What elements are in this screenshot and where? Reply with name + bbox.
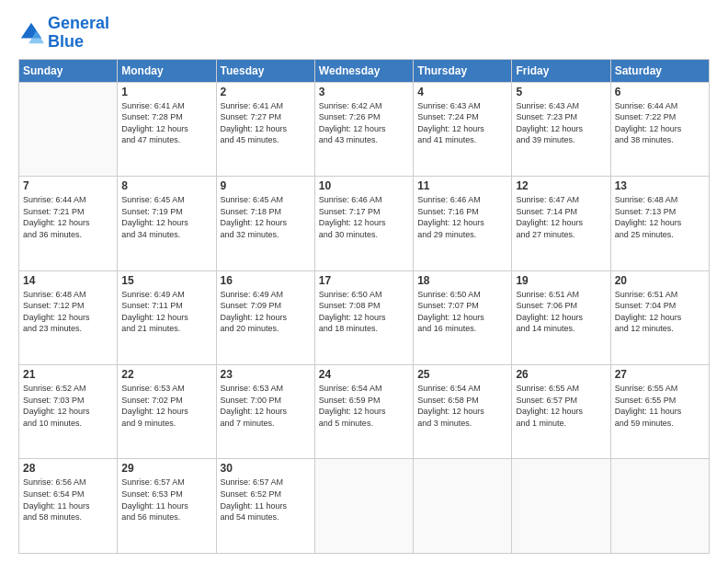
calendar-cell: 7Sunrise: 6:44 AM Sunset: 7:21 PM Daylig… <box>19 177 118 270</box>
day-number: 7 <box>23 179 113 192</box>
day-info: Sunrise: 6:48 AM Sunset: 7:12 PM Dayligh… <box>23 289 113 335</box>
day-info: Sunrise: 6:47 AM Sunset: 7:14 PM Dayligh… <box>516 194 606 240</box>
calendar-cell <box>19 82 118 176</box>
day-info: Sunrise: 6:55 AM Sunset: 6:57 PM Dayligh… <box>516 383 606 429</box>
calendar-cell: 15Sunrise: 6:49 AM Sunset: 7:11 PM Dayli… <box>118 270 216 364</box>
calendar-cell: 20Sunrise: 6:51 AM Sunset: 7:04 PM Dayli… <box>610 270 709 364</box>
calendar-week-row: 7Sunrise: 6:44 AM Sunset: 7:21 PM Daylig… <box>19 177 710 270</box>
day-header-monday: Monday <box>118 59 216 82</box>
day-info: Sunrise: 6:43 AM Sunset: 7:24 PM Dayligh… <box>417 100 507 146</box>
calendar-cell: 29Sunrise: 6:57 AM Sunset: 6:53 PM Dayli… <box>118 459 216 554</box>
logo-text2: Blue <box>48 33 109 52</box>
day-number: 6 <box>615 86 705 98</box>
day-number: 20 <box>615 274 705 287</box>
calendar-cell: 24Sunrise: 6:54 AM Sunset: 6:59 PM Dayli… <box>314 365 413 459</box>
calendar-cell: 5Sunrise: 6:43 AM Sunset: 7:23 PM Daylig… <box>512 82 610 176</box>
day-header-saturday: Saturday <box>610 59 709 82</box>
day-number: 4 <box>417 86 507 98</box>
day-number: 28 <box>23 462 113 475</box>
day-info: Sunrise: 6:54 AM Sunset: 6:58 PM Dayligh… <box>417 383 507 429</box>
calendar-week-row: 28Sunrise: 6:56 AM Sunset: 6:54 PM Dayli… <box>19 459 710 554</box>
day-number: 15 <box>121 274 211 287</box>
day-info: Sunrise: 6:46 AM Sunset: 7:16 PM Dayligh… <box>417 194 507 240</box>
day-number: 25 <box>417 368 507 381</box>
calendar-cell: 6Sunrise: 6:44 AM Sunset: 7:22 PM Daylig… <box>610 82 709 176</box>
day-info: Sunrise: 6:46 AM Sunset: 7:17 PM Dayligh… <box>319 194 409 240</box>
calendar-cell: 12Sunrise: 6:47 AM Sunset: 7:14 PM Dayli… <box>512 177 610 270</box>
day-number: 5 <box>516 86 606 98</box>
calendar-cell: 22Sunrise: 6:53 AM Sunset: 7:02 PM Dayli… <box>118 365 216 459</box>
day-header-wednesday: Wednesday <box>314 59 413 82</box>
calendar-table: SundayMondayTuesdayWednesdayThursdayFrid… <box>18 59 710 554</box>
calendar-cell: 21Sunrise: 6:52 AM Sunset: 7:03 PM Dayli… <box>19 365 118 459</box>
calendar-cell: 4Sunrise: 6:43 AM Sunset: 7:24 PM Daylig… <box>414 82 512 176</box>
day-info: Sunrise: 6:49 AM Sunset: 7:09 PM Dayligh… <box>221 289 311 335</box>
day-info: Sunrise: 6:42 AM Sunset: 7:26 PM Dayligh… <box>319 100 409 146</box>
calendar-cell: 26Sunrise: 6:55 AM Sunset: 6:57 PM Dayli… <box>512 365 610 459</box>
day-number: 30 <box>221 462 311 475</box>
calendar-cell: 25Sunrise: 6:54 AM Sunset: 6:58 PM Dayli… <box>414 365 512 459</box>
day-info: Sunrise: 6:48 AM Sunset: 7:13 PM Dayligh… <box>615 194 705 240</box>
day-info: Sunrise: 6:57 AM Sunset: 6:52 PM Dayligh… <box>221 477 311 523</box>
calendar-cell <box>314 459 413 554</box>
day-info: Sunrise: 6:55 AM Sunset: 6:55 PM Dayligh… <box>615 383 705 429</box>
calendar-cell: 30Sunrise: 6:57 AM Sunset: 6:52 PM Dayli… <box>216 459 314 554</box>
day-number: 2 <box>221 86 311 98</box>
day-number: 19 <box>516 274 606 287</box>
day-info: Sunrise: 6:41 AM Sunset: 7:27 PM Dayligh… <box>221 100 311 146</box>
day-number: 13 <box>615 179 705 192</box>
header: General Blue <box>18 15 710 52</box>
day-number: 14 <box>23 274 113 287</box>
calendar-cell: 3Sunrise: 6:42 AM Sunset: 7:26 PM Daylig… <box>314 82 413 176</box>
calendar-cell: 14Sunrise: 6:48 AM Sunset: 7:12 PM Dayli… <box>19 270 118 364</box>
day-number: 24 <box>319 368 409 381</box>
day-number: 1 <box>121 86 211 98</box>
page: General Blue SundayMondayTuesdayWednesda… <box>0 0 728 563</box>
day-number: 11 <box>417 179 507 192</box>
day-number: 26 <box>516 368 606 381</box>
calendar-cell <box>414 459 512 554</box>
calendar-cell: 27Sunrise: 6:55 AM Sunset: 6:55 PM Dayli… <box>610 365 709 459</box>
day-header-tuesday: Tuesday <box>216 59 314 82</box>
calendar-header-row: SundayMondayTuesdayWednesdayThursdayFrid… <box>19 59 710 82</box>
calendar-cell <box>512 459 610 554</box>
day-info: Sunrise: 6:45 AM Sunset: 7:18 PM Dayligh… <box>221 194 311 240</box>
day-number: 18 <box>417 274 507 287</box>
calendar-cell: 17Sunrise: 6:50 AM Sunset: 7:08 PM Dayli… <box>314 270 413 364</box>
day-info: Sunrise: 6:50 AM Sunset: 7:07 PM Dayligh… <box>417 289 507 335</box>
calendar-cell: 19Sunrise: 6:51 AM Sunset: 7:06 PM Dayli… <box>512 270 610 364</box>
calendar-cell: 10Sunrise: 6:46 AM Sunset: 7:17 PM Dayli… <box>314 177 413 270</box>
day-info: Sunrise: 6:57 AM Sunset: 6:53 PM Dayligh… <box>121 477 211 523</box>
day-info: Sunrise: 6:45 AM Sunset: 7:19 PM Dayligh… <box>121 194 211 240</box>
calendar-cell: 8Sunrise: 6:45 AM Sunset: 7:19 PM Daylig… <box>118 177 216 270</box>
calendar-cell: 9Sunrise: 6:45 AM Sunset: 7:18 PM Daylig… <box>216 177 314 270</box>
day-header-friday: Friday <box>512 59 610 82</box>
calendar-cell: 23Sunrise: 6:53 AM Sunset: 7:00 PM Dayli… <box>216 365 314 459</box>
day-number: 10 <box>319 179 409 192</box>
day-number: 3 <box>319 86 409 98</box>
day-info: Sunrise: 6:53 AM Sunset: 7:00 PM Dayligh… <box>221 383 311 429</box>
day-header-thursday: Thursday <box>414 59 512 82</box>
day-info: Sunrise: 6:56 AM Sunset: 6:54 PM Dayligh… <box>23 477 113 523</box>
logo-text: General <box>48 15 109 33</box>
day-number: 9 <box>221 179 311 192</box>
calendar-week-row: 14Sunrise: 6:48 AM Sunset: 7:12 PM Dayli… <box>19 270 710 364</box>
calendar-cell: 16Sunrise: 6:49 AM Sunset: 7:09 PM Dayli… <box>216 270 314 364</box>
day-number: 8 <box>121 179 211 192</box>
day-info: Sunrise: 6:54 AM Sunset: 6:59 PM Dayligh… <box>319 383 409 429</box>
day-info: Sunrise: 6:41 AM Sunset: 7:28 PM Dayligh… <box>121 100 211 146</box>
logo-icon <box>18 20 44 46</box>
day-info: Sunrise: 6:44 AM Sunset: 7:22 PM Dayligh… <box>615 100 705 146</box>
calendar-cell: 28Sunrise: 6:56 AM Sunset: 6:54 PM Dayli… <box>19 459 118 554</box>
calendar-cell: 13Sunrise: 6:48 AM Sunset: 7:13 PM Dayli… <box>610 177 709 270</box>
day-info: Sunrise: 6:51 AM Sunset: 7:06 PM Dayligh… <box>516 289 606 335</box>
day-info: Sunrise: 6:50 AM Sunset: 7:08 PM Dayligh… <box>319 289 409 335</box>
calendar-cell: 2Sunrise: 6:41 AM Sunset: 7:27 PM Daylig… <box>216 82 314 176</box>
calendar-cell: 11Sunrise: 6:46 AM Sunset: 7:16 PM Dayli… <box>414 177 512 270</box>
calendar-cell <box>610 459 709 554</box>
day-number: 21 <box>23 368 113 381</box>
day-header-sunday: Sunday <box>19 59 118 82</box>
day-number: 23 <box>221 368 311 381</box>
calendar-week-row: 1Sunrise: 6:41 AM Sunset: 7:28 PM Daylig… <box>19 82 710 176</box>
day-info: Sunrise: 6:44 AM Sunset: 7:21 PM Dayligh… <box>23 194 113 240</box>
